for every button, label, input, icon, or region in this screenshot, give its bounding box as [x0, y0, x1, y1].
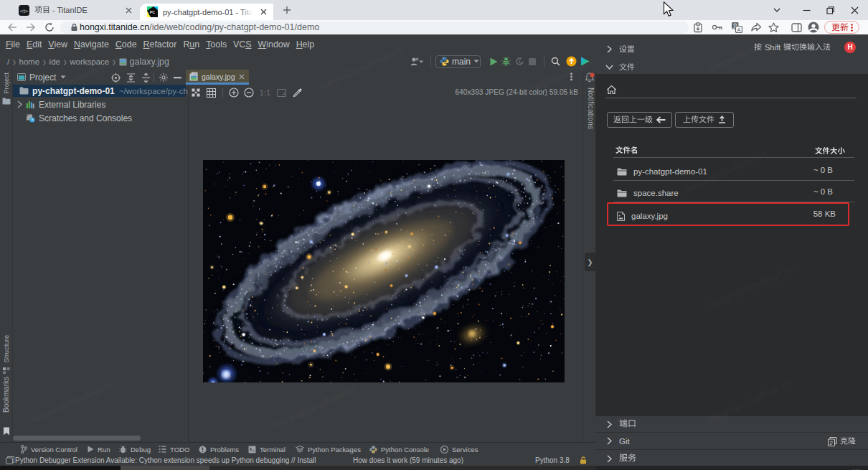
svg-text:<t>: <t>: [20, 7, 29, 14]
svg-text:A: A: [737, 27, 741, 32]
svg-text:PC: PC: [150, 10, 156, 14]
